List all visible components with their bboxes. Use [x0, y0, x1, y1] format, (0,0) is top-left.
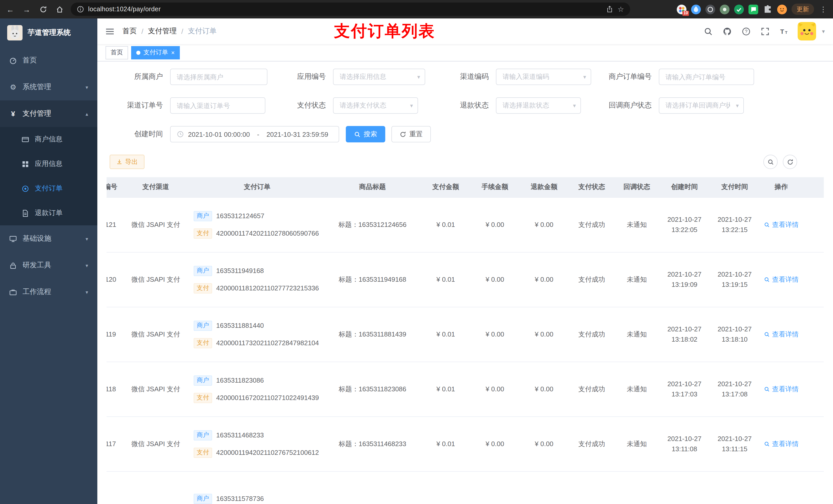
sidebar-item-label: 商户信息	[35, 135, 63, 144]
app-navbar: 首页 / 支付管理 / 支付订单 支付订单列表 ?	[97, 19, 833, 44]
export-button[interactable]: 导出	[110, 155, 144, 169]
app-select[interactable]: 请选择应用信息 ▾	[333, 69, 425, 85]
extension-icon[interactable]	[734, 4, 744, 14]
view-detail-link[interactable]: 查看详情	[764, 220, 799, 230]
chevron-down-icon: ▾	[583, 73, 586, 80]
search-icon	[764, 277, 770, 283]
merchant-input[interactable]	[170, 69, 267, 85]
cell-pay-time: 2021-10-2713:22:15	[710, 215, 759, 235]
filter-pay-status: 支付状态 请选择支付状态 ▾	[272, 97, 435, 114]
sidebar-item-merchant-info[interactable]: 商户信息	[0, 127, 97, 152]
avatar-dropdown-caret[interactable]: ▾	[822, 28, 825, 34]
browser-forward-button[interactable]: →	[22, 4, 32, 14]
sidebar-item-system[interactable]: ⚙ 系统管理 ▾	[0, 74, 97, 100]
view-detail-link[interactable]: 查看详情	[764, 384, 799, 394]
tab-pay-order[interactable]: 支付订单 ×	[131, 46, 180, 59]
cell-status: 支付成功	[569, 220, 615, 230]
browser-home-button[interactable]	[54, 4, 65, 14]
cell-refund: ¥ 0.00	[520, 384, 569, 394]
filter-row-2: 渠道订单号 支付状态 请选择支付状态 ▾ 退款状态 请选择退款状态	[106, 97, 824, 114]
merchant-order-no: 1635311823086	[216, 376, 264, 385]
font-size-icon[interactable]: TT	[779, 26, 789, 37]
cell-refund: ¥ 0.00	[520, 330, 569, 339]
app-shell: 芋道管理系统 首页 ⚙ 系统管理 ▾ ¥ 支付管理 ▴	[0, 19, 833, 504]
app-logo[interactable]: 芋道管理系统	[0, 19, 97, 47]
help-icon[interactable]: ?	[741, 26, 751, 37]
col-refund: 退款金额	[520, 182, 569, 192]
date-range-input[interactable]: 2021-10-01 00:00:00 - 2021-10-31 23:59:5…	[170, 126, 339, 142]
user-avatar[interactable]	[798, 22, 816, 41]
extension-icon[interactable]	[706, 4, 715, 14]
view-detail-link[interactable]: 查看详情	[764, 330, 799, 339]
sidebar-item-label: 工作流程	[23, 287, 51, 296]
extension-icon[interactable]	[720, 4, 730, 14]
sidebar-item-label: 支付订单	[35, 184, 63, 193]
search-icon[interactable]	[703, 26, 713, 37]
close-icon[interactable]: ×	[171, 49, 175, 55]
reset-button[interactable]: 重置	[391, 126, 431, 142]
refresh-table-button[interactable]	[783, 155, 797, 169]
toggle-search-button[interactable]	[763, 155, 778, 169]
cell-refund: ¥ 0.00	[520, 275, 569, 285]
refund-status-select[interactable]: 请选择退款状态 ▾	[496, 97, 581, 114]
browser-reload-button[interactable]	[38, 4, 48, 14]
chevron-down-icon: ▾	[86, 263, 88, 268]
svg-text:?: ?	[745, 29, 747, 34]
browser-menu-button[interactable]: ⋮	[819, 5, 828, 13]
browser-update-button[interactable]: 更新	[791, 4, 814, 15]
sidebar-item-infra[interactable]: 基础设施 ▾	[0, 225, 97, 252]
browser-back-button[interactable]: ←	[5, 4, 15, 14]
sidebar-item-label: 基础设施	[23, 234, 51, 243]
view-detail-link[interactable]: 查看详情	[764, 275, 799, 285]
extension-icon[interactable]: 10	[677, 4, 687, 14]
profile-avatar-icon[interactable]	[777, 4, 787, 14]
merchant-order-no: 1635311578736	[216, 494, 264, 504]
extensions-puzzle-icon[interactable]	[763, 4, 772, 14]
sidebar-item-label: 系统管理	[23, 82, 51, 92]
breadcrumb-home[interactable]: 首页	[122, 27, 137, 36]
sidebar-item-refund-order[interactable]: 退款订单	[0, 201, 97, 225]
share-icon[interactable]	[606, 6, 614, 13]
card-icon	[22, 136, 29, 143]
pay-status-select[interactable]: 请选择支付状态 ▾	[333, 97, 418, 114]
tags-view-bar: 首页 支付订单 ×	[97, 44, 833, 62]
merchant-order-input[interactable]	[659, 69, 754, 85]
yen-icon: ¥	[9, 110, 17, 118]
merchant-order-no: 1635311949168	[216, 266, 264, 276]
channel-code-select[interactable]: 请输入渠道编码 ▾	[496, 69, 591, 85]
url-text: localhost:1024/pay/order	[88, 6, 602, 13]
sidebar-item-pay[interactable]: ¥ 支付管理 ▴	[0, 100, 97, 127]
pay-tag: 支付	[194, 393, 212, 403]
channel-order-no: 4200001167202110271022491439	[216, 393, 319, 403]
bookmark-star-icon[interactable]: ☆	[618, 5, 624, 13]
address-bar[interactable]: localhost:1024/pay/order ☆	[71, 3, 630, 16]
sidebar-item-pay-order[interactable]: 支付订单	[0, 176, 97, 201]
tab-home[interactable]: 首页	[105, 46, 128, 59]
merchant-order-no: 1635311468233	[216, 431, 264, 440]
document-icon	[22, 209, 29, 217]
fullscreen-icon[interactable]	[760, 26, 770, 37]
chevron-up-icon: ▴	[86, 111, 88, 117]
channel-order-input[interactable]	[170, 97, 265, 114]
sidebar-item-home[interactable]: 首页	[0, 47, 97, 74]
sidebar-item-app-info[interactable]: 应用信息	[0, 152, 97, 176]
sidebar-item-dev-tools[interactable]: 研发工具 ▾	[0, 252, 97, 279]
cell-action: 查看详情	[759, 220, 803, 230]
cell-status: 支付成功	[569, 330, 615, 339]
table-row: 120 微信 JSAPI 支付 商户1635311949168 支付420000…	[106, 253, 824, 307]
cell-amount: ¥ 0.01	[421, 220, 470, 230]
select-placeholder: 请选择应用信息	[340, 72, 386, 81]
extension-icon[interactable]	[691, 4, 701, 14]
notify-status-select[interactable]: 请选择订单回调商户状态 ▾	[659, 97, 744, 114]
extension-icon[interactable]	[748, 4, 758, 14]
sidebar-toggle-button[interactable]	[105, 27, 114, 35]
filter-channel-order: 渠道订单号	[110, 97, 272, 114]
site-info-icon[interactable]	[77, 6, 84, 13]
breadcrumb-pay[interactable]: 支付管理	[148, 27, 177, 36]
view-detail-link[interactable]: 查看详情	[764, 439, 799, 449]
search-button[interactable]: 搜索	[346, 126, 385, 142]
search-icon	[354, 131, 361, 138]
cell-create-time: 2021-10-2713:17:03	[659, 379, 710, 399]
github-icon[interactable]	[722, 26, 732, 37]
sidebar-item-workflow[interactable]: 工作流程 ▾	[0, 279, 97, 305]
